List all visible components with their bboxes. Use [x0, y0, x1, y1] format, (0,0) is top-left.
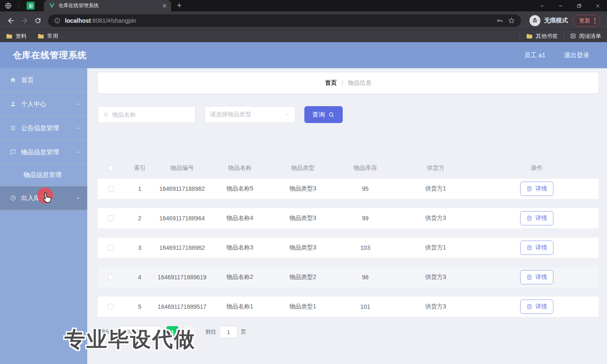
breadcrumb-separator: /	[341, 80, 343, 86]
close-icon[interactable]	[588, 0, 607, 11]
sidebar-item-home[interactable]: 首页	[0, 68, 87, 92]
list-icon	[9, 125, 16, 132]
bookmark-star-icon[interactable]	[508, 17, 515, 24]
table-row: 216469117188964物品名称4物品类型399供货方3详情	[98, 208, 599, 228]
vue-logo-icon	[49, 3, 55, 8]
sidebar-item-profile[interactable]: 个人中心	[0, 92, 87, 116]
goto-prefix: 前往	[205, 328, 216, 336]
cell-index: 4	[124, 274, 156, 281]
cell-supplier: 供货方3	[396, 303, 475, 310]
folder-icon	[526, 33, 533, 39]
url-host: localhost	[65, 17, 91, 24]
item-name-input[interactable]	[112, 111, 190, 118]
detail-button[interactable]: 详情	[520, 182, 553, 196]
item-type-select[interactable]: 请选择物品类型	[204, 106, 295, 123]
app-title: 仓库在线管理系统	[13, 49, 87, 61]
cell-code: 16469117188962	[156, 244, 208, 251]
new-tab-icon[interactable]: +	[177, 1, 182, 10]
chevron-down-icon	[76, 126, 81, 131]
sidebar-item-inout[interactable]: 出入库管理	[0, 186, 87, 210]
item-type-placeholder: 请选择物品类型	[210, 111, 251, 118]
document-icon	[526, 304, 532, 310]
current-user[interactable]: 员工 a1	[524, 51, 545, 59]
row-checkbox[interactable]	[108, 215, 114, 221]
cell-name: 物品名称4	[208, 214, 271, 222]
logout-button[interactable]: 退出登录	[564, 51, 589, 59]
search-icon	[103, 112, 109, 118]
query-button[interactable]: 查询	[304, 106, 343, 123]
chevron-down-icon	[76, 196, 81, 201]
cell-code: 16469117188964	[156, 215, 208, 222]
detail-label: 详情	[535, 214, 547, 222]
tab-close-icon[interactable]: ✕	[162, 3, 167, 9]
table-body: 116469117188962物品名称5物品类型395供货方1详情2164691…	[98, 179, 599, 317]
detail-button[interactable]: 详情	[520, 270, 553, 284]
browser-tab[interactable]: 仓库在线管理系统 ✕	[44, 0, 171, 11]
breadcrumb-home[interactable]: 首页	[325, 79, 337, 87]
col-header: 供货方	[396, 164, 475, 172]
sidebar: 首页个人中心公告信息管理物品信息管理物品信息管理出入库管理	[0, 68, 87, 364]
home-icon	[9, 77, 16, 84]
back-icon[interactable]	[4, 14, 18, 27]
minimize-icon[interactable]	[551, 0, 570, 11]
goto-page-input[interactable]	[220, 326, 237, 338]
col-header: 物品名称	[208, 164, 271, 172]
browser-tabstrip: 仓库在线管理系统 ✕ +	[0, 0, 607, 11]
detail-button[interactable]: 详情	[520, 211, 553, 225]
bookmark-folder-changyong[interactable]: 常用	[38, 32, 58, 40]
address-bar[interactable]: localhost:8081/#/shangpin	[48, 14, 521, 27]
sidebar-item-label: 首页	[21, 76, 34, 84]
select-all-checkbox[interactable]	[108, 165, 114, 171]
site-info-icon[interactable]	[54, 17, 61, 24]
items-table: 索引 物品编号 物品名称 物品类型 物品库存 供货方 操作 1164691171…	[98, 158, 599, 317]
cell-index: 2	[124, 215, 156, 222]
cell-name: 物品名称5	[208, 185, 271, 193]
folder-icon	[38, 33, 44, 39]
chevron-down-icon	[76, 150, 81, 155]
update-button[interactable]: 更新	[573, 15, 600, 27]
sidebar-item-notice[interactable]: 公告信息管理	[0, 116, 87, 140]
table-row: 5164691171889517物品名称1物品类型1101供货方3详情	[98, 297, 599, 317]
cell-stock: 99	[334, 215, 396, 222]
restore-icon[interactable]	[570, 0, 588, 11]
tab-title: 仓库在线管理系统	[58, 2, 158, 9]
table-row: 316469117188962物品名称3物品类型3103供货方1详情	[98, 238, 599, 258]
sidebar-item-label: 出入库管理	[21, 194, 53, 202]
divider	[564, 33, 564, 40]
globe-icon[interactable]	[4, 2, 12, 10]
forward-icon[interactable]	[18, 14, 31, 27]
cell-stock: 95	[334, 185, 396, 192]
other-bookmarks-label: 其他书签	[536, 32, 558, 40]
row-checkbox[interactable]	[108, 245, 114, 251]
sidebar-subitem-goods[interactable]: 物品信息管理	[0, 164, 87, 186]
breadcrumb: 首页 / 物品信息	[98, 72, 599, 94]
menu-kebab-icon[interactable]	[594, 18, 596, 24]
url-path: :8081/#/shangpin	[91, 17, 136, 24]
col-header: 操作	[475, 164, 599, 172]
detail-button[interactable]: 详情	[520, 241, 553, 255]
chevron-down-icon	[76, 102, 81, 107]
item-name-field[interactable]	[98, 106, 196, 123]
goto-suffix: 页	[241, 328, 246, 336]
sidebar-item-goods[interactable]: 物品信息管理	[0, 140, 87, 164]
cell-code: 16469117188962	[156, 185, 208, 192]
detail-label: 详情	[535, 185, 547, 193]
table-header-row: 索引 物品编号 物品名称 物品类型 物品库存 供货方 操作	[98, 158, 599, 179]
url-text[interactable]: localhost:8081/#/shangpin	[65, 17, 492, 24]
password-key-icon[interactable]	[496, 17, 504, 24]
cell-type: 物品类型3	[271, 185, 334, 193]
bookmark-folder-zilliao[interactable]: 资料	[6, 32, 27, 40]
detail-button[interactable]: 详情	[520, 300, 553, 314]
bookmark-label: 常用	[47, 32, 58, 40]
document-icon	[526, 215, 532, 221]
pinned-tab-sheet-icon[interactable]	[27, 2, 35, 10]
row-checkbox[interactable]	[108, 304, 114, 310]
reload-icon[interactable]	[31, 14, 45, 27]
detail-label: 详情	[535, 273, 547, 281]
tab-search-chevron-icon[interactable]	[533, 0, 551, 11]
other-bookmarks[interactable]: 其他书签	[526, 32, 558, 40]
row-checkbox[interactable]	[108, 274, 114, 280]
row-checkbox[interactable]	[108, 186, 114, 192]
reading-list[interactable]: 阅读清单	[570, 32, 601, 40]
cell-type: 物品类型3	[271, 244, 334, 252]
